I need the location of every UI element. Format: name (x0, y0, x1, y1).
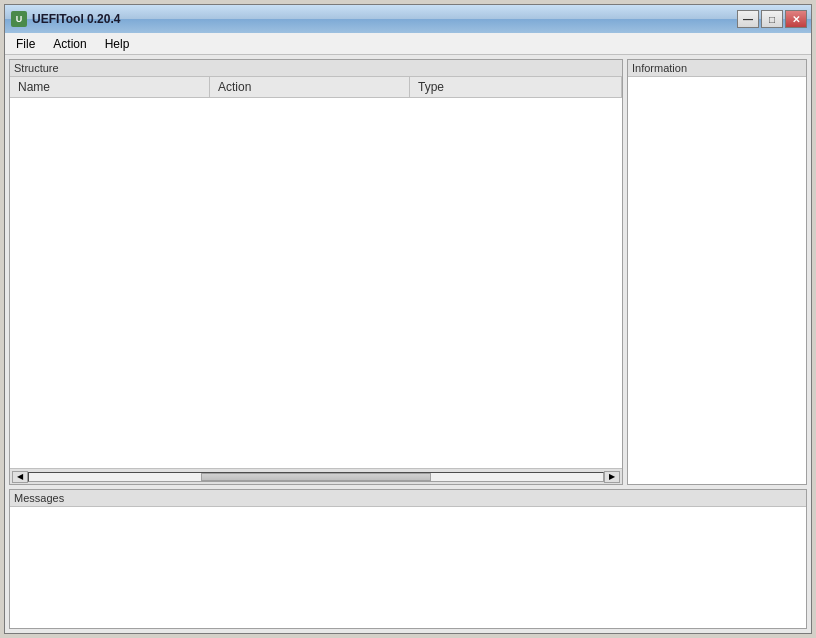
window-title: UEFITool 0.20.4 (32, 12, 120, 26)
scrollbar-thumb[interactable] (201, 473, 431, 481)
menu-bar: File Action Help (5, 33, 811, 55)
menu-action[interactable]: Action (44, 34, 95, 54)
app-icon: U (11, 11, 27, 27)
info-body (628, 77, 806, 484)
menu-help[interactable]: Help (96, 34, 139, 54)
messages-panel: Messages (9, 489, 807, 629)
horizontal-scrollbar[interactable]: ◀ ▶ (10, 468, 622, 484)
title-buttons: — □ ✕ (737, 10, 807, 28)
scroll-left-arrow[interactable]: ◀ (12, 471, 28, 483)
maximize-button[interactable]: □ (761, 10, 783, 28)
information-panel: Information (627, 59, 807, 485)
scrollbar-track[interactable] (28, 472, 604, 482)
messages-body[interactable] (10, 507, 806, 628)
column-type: Type (410, 77, 622, 97)
column-name: Name (10, 77, 210, 97)
title-bar: U UEFITool 0.20.4 — □ ✕ (5, 5, 811, 33)
app-icon-letter: U (16, 14, 23, 24)
table-header: Name Action Type (10, 77, 622, 98)
messages-panel-label: Messages (10, 490, 806, 507)
menu-file[interactable]: File (7, 34, 44, 54)
content-area: Structure Name Action Type ◀ ▶ (5, 55, 811, 633)
title-bar-left: U UEFITool 0.20.4 (11, 11, 120, 27)
table-body[interactable] (10, 98, 622, 468)
minimize-button[interactable]: — (737, 10, 759, 28)
structure-panel: Structure Name Action Type ◀ ▶ (9, 59, 623, 485)
scroll-right-arrow[interactable]: ▶ (604, 471, 620, 483)
information-panel-label: Information (628, 60, 806, 77)
structure-panel-label: Structure (10, 60, 622, 77)
table-scroll-area[interactable] (10, 98, 622, 468)
top-panels: Structure Name Action Type ◀ ▶ (9, 59, 807, 485)
column-action: Action (210, 77, 410, 97)
main-window: U UEFITool 0.20.4 — □ ✕ File Action Help… (4, 4, 812, 634)
close-button[interactable]: ✕ (785, 10, 807, 28)
